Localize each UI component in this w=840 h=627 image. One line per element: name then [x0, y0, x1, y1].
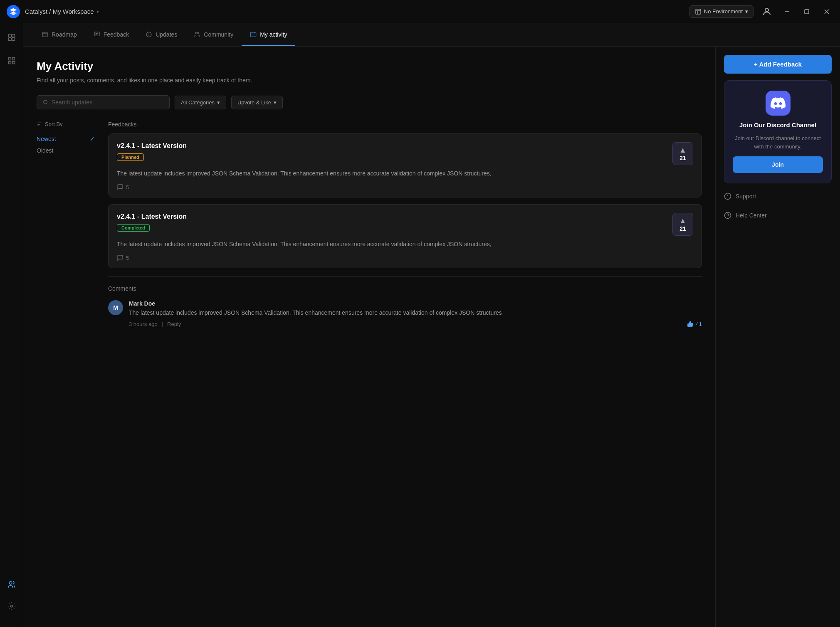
sidebar-item-home[interactable] [4, 30, 19, 45]
svg-rect-7 [8, 58, 11, 60]
svg-rect-3 [8, 35, 11, 37]
add-feedback-button[interactable]: + Add Feedback [724, 55, 832, 74]
topbar-right: No Environment ▾ [689, 5, 833, 18]
svg-rect-5 [8, 38, 11, 41]
comment-icon [117, 184, 124, 190]
close-button[interactable] [820, 5, 833, 18]
feedback-card-0-desc: The latest update includes improved JSON… [117, 169, 693, 178]
content-area: My Activity Find all your posts, comment… [23, 47, 840, 627]
help-center-icon [724, 212, 731, 219]
discord-desc: Join our Discord channel to connect with… [733, 134, 823, 151]
search-icon [43, 99, 48, 105]
app-title[interactable]: Catalyst / My Workspace ▾ [25, 8, 99, 15]
svg-rect-0 [696, 9, 701, 14]
comment-0-text: The latest update includes improved JSON… [129, 309, 702, 317]
feedback-card-0-upvote[interactable]: ▲ 21 [672, 142, 693, 165]
svg-point-25 [44, 100, 47, 104]
search-box[interactable] [37, 95, 170, 109]
main-content: Roadmap Feedback Updates Community My ac… [23, 23, 840, 627]
svg-rect-16 [94, 32, 99, 36]
tab-updates[interactable]: Updates [137, 23, 185, 46]
app-logo [7, 5, 20, 18]
tab-roadmap[interactable]: Roadmap [33, 23, 85, 46]
sort-sidebar: Sort By Newest ✓ Oldest [37, 121, 95, 334]
main-panel: My Activity Find all your posts, comment… [23, 47, 715, 627]
sort-icon [37, 121, 42, 127]
discord-join-button[interactable]: Join [733, 156, 823, 173]
sort-label: Sort By [37, 121, 95, 127]
page-subtitle: Find all your posts, comments, and likes… [37, 77, 702, 84]
svg-rect-10 [12, 62, 15, 64]
svg-point-11 [9, 582, 12, 585]
minimize-button[interactable] [780, 5, 793, 18]
help-center-link[interactable]: Help Center [724, 209, 832, 222]
title-chevron: ▾ [96, 9, 99, 15]
svg-rect-4 [12, 35, 15, 37]
discord-title: Join Our Discord Channel [739, 121, 816, 128]
tab-feedback[interactable]: Feedback [85, 23, 137, 46]
sort-newest-check: ✓ [90, 136, 95, 142]
maximize-button[interactable] [800, 5, 813, 18]
sidebar-icons [0, 23, 23, 627]
sidebar-item-grid[interactable] [4, 53, 19, 68]
feedback-card-0-footer: 5 [117, 184, 693, 190]
page-title: My Activity [37, 60, 702, 73]
support-link[interactable]: Support [724, 190, 832, 202]
divider [108, 276, 702, 277]
feedback-card-0-header: v2.4.1 - Latest Version Planned ▲ 21 [117, 142, 693, 165]
svg-rect-8 [12, 58, 15, 60]
feedback-card-1-footer: 5 [117, 254, 693, 261]
sort-newest[interactable]: Newest ✓ [37, 133, 95, 145]
support-icon [724, 193, 731, 200]
search-filters: All Categories ▾ Upvote & Like ▾ [37, 95, 702, 109]
sidebar-item-users[interactable] [4, 577, 19, 592]
feedback-card-1-upvote[interactable]: ▲ 21 [672, 213, 693, 236]
topbar: Catalyst / My Workspace ▾ No Environment… [0, 0, 840, 23]
sidebar-bottom [4, 577, 19, 620]
reply-button[interactable]: Reply [167, 321, 181, 327]
nav-tabs: Roadmap Feedback Updates Community My ac… [23, 23, 840, 47]
comments-section-label: Comments [108, 285, 702, 292]
comment-0: M Mark Doe The latest update includes im… [108, 300, 702, 327]
discord-icon [766, 91, 791, 116]
svg-rect-13 [42, 32, 47, 37]
feedback-card-1-status: Completed [117, 224, 150, 232]
svg-rect-24 [250, 32, 256, 37]
feedback-card-1-header: v2.4.1 - Latest Version Completed ▲ 21 [117, 213, 693, 236]
tab-community[interactable]: Community [185, 23, 242, 46]
feedback-card-1-left: v2.4.1 - Latest Version Completed [117, 213, 187, 232]
feedback-card-0: v2.4.1 - Latest Version Planned ▲ 21 The… [108, 133, 702, 197]
svg-rect-2 [805, 10, 809, 14]
svg-point-21 [149, 35, 149, 36]
svg-point-1 [765, 8, 768, 12]
tab-my-activity[interactable]: My activity [242, 23, 295, 46]
comment-0-meta: 3 hours ago | Reply 41 [129, 321, 702, 327]
comment-icon-1 [117, 254, 124, 261]
sort-section: Sort By Newest ✓ Oldest Feedbacks [37, 121, 702, 334]
search-input[interactable] [52, 99, 163, 106]
feedbacks-section-label: Feedbacks [108, 121, 702, 128]
comment-0-body: Mark Doe The latest update includes impr… [129, 300, 702, 327]
categories-filter[interactable]: All Categories ▾ [175, 96, 226, 109]
user-profile-button[interactable] [760, 5, 773, 18]
sort-filter[interactable]: Upvote & Like ▾ [231, 96, 283, 109]
thumbs-up-icon [687, 321, 694, 327]
svg-point-12 [10, 605, 12, 607]
right-sidebar: + Add Feedback Join Our Discord Channel … [715, 47, 840, 627]
svg-point-23 [197, 32, 199, 34]
feedback-card-0-title: v2.4.1 - Latest Version [117, 142, 187, 150]
feedback-card-1-desc: The latest update includes improved JSON… [117, 240, 693, 249]
discord-card: Join Our Discord Channel Join our Discor… [724, 80, 832, 183]
comment-0-author: Mark Doe [129, 300, 702, 307]
main-layout: Roadmap Feedback Updates Community My ac… [0, 23, 840, 627]
feedback-card-0-status: Planned [117, 153, 144, 161]
svg-rect-6 [12, 38, 15, 41]
sidebar-item-settings[interactable] [4, 599, 19, 614]
like-section[interactable]: 41 [687, 321, 702, 327]
feedback-card-1-title: v2.4.1 - Latest Version [117, 213, 187, 220]
feedbacks-area: Feedbacks v2.4.1 - Latest Version Planne… [108, 121, 702, 334]
svg-rect-9 [8, 62, 11, 64]
sort-oldest[interactable]: Oldest [37, 145, 95, 156]
env-selector[interactable]: No Environment ▾ [689, 5, 754, 18]
feedback-card-0-left: v2.4.1 - Latest Version Planned [117, 142, 187, 161]
